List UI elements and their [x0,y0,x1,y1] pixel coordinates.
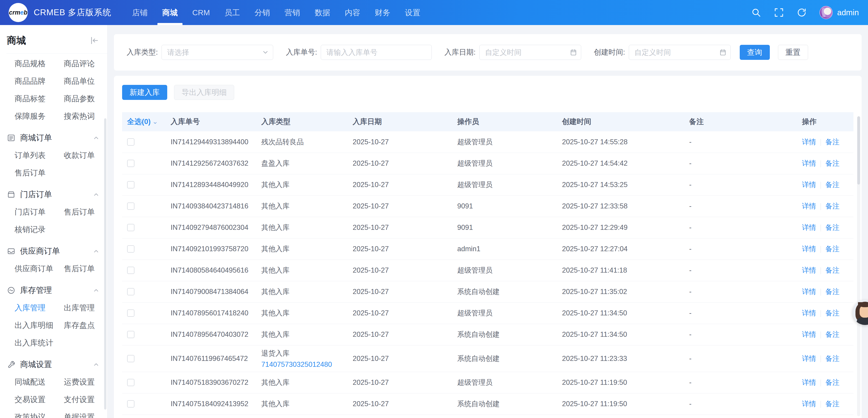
remark-link[interactable]: 备注 [826,138,839,146]
row-checkbox[interactable] [127,355,134,362]
nav-item-分销[interactable]: 分销 [247,0,277,25]
remark-link[interactable]: 备注 [826,378,839,386]
sidebar-item-出入库明细[interactable]: 出入库明细 [14,316,64,334]
detail-link[interactable]: 详情 [802,309,816,317]
sidebar-item-单据设置[interactable]: 单据设置 [64,408,107,418]
inbound-type-select[interactable] [161,45,273,60]
sidebar-item-搜索热词[interactable]: 搜索热词 [64,107,107,125]
detail-link[interactable]: 详情 [802,288,816,295]
row-checkbox[interactable] [127,181,134,188]
reset-button[interactable]: 重置 [778,45,808,60]
remark-link[interactable]: 备注 [826,330,839,338]
nav-item-CRM[interactable]: CRM [185,0,217,25]
row-checkbox[interactable] [127,203,134,210]
remark-link[interactable]: 备注 [826,400,839,408]
sidebar-item-商品单位[interactable]: 商品单位 [64,72,107,90]
collapse-left-icon[interactable] [90,36,99,45]
detail-link[interactable]: 详情 [802,138,816,146]
nav-item-店铺[interactable]: 店铺 [125,0,155,25]
table-scrollbar-thumb[interactable] [857,116,860,184]
remark-link[interactable]: 备注 [826,181,839,188]
inbound-date-picker[interactable] [479,45,581,60]
remark-link[interactable]: 备注 [826,159,839,167]
inbound-type-select-input[interactable] [161,45,273,60]
sidebar-item-门店订单[interactable]: 门店订单 [14,203,64,221]
sidebar-item-商品评论[interactable]: 商品评论 [64,55,107,72]
sidebar-item-核销记录[interactable]: 核销记录 [14,221,64,238]
remark-link[interactable]: 备注 [826,309,839,317]
inbound-no-input[interactable] [321,45,432,60]
row-checkbox[interactable] [127,331,134,338]
sidebar-item-出库管理[interactable]: 出库管理 [64,299,107,316]
row-checkbox[interactable] [127,288,134,295]
detail-link[interactable]: 详情 [802,354,816,362]
remark-link[interactable]: 备注 [826,354,839,362]
sidebar-item-售后订单[interactable]: 售后订单 [64,203,107,221]
sidebar-item-保障服务[interactable]: 保障服务 [14,107,64,125]
sidebar-item-售后订单[interactable]: 售后订单 [64,260,107,277]
sidebar-item-商品规格[interactable]: 商品规格 [14,55,64,72]
sidebar-item-交易设置[interactable]: 交易设置 [14,391,64,408]
sidebar-item-库存盘点[interactable]: 库存盘点 [64,316,107,334]
export-inbound-button[interactable]: 导出入库明细 [174,85,234,100]
related-order-link[interactable]: 714075730325012480 [261,360,353,369]
detail-link[interactable]: 详情 [802,223,816,232]
detail-link[interactable]: 详情 [802,245,816,253]
remark-link[interactable]: 备注 [826,266,839,274]
created-date-input[interactable] [629,45,731,60]
created-date-picker[interactable] [629,45,731,60]
nav-item-营销[interactable]: 营销 [277,0,307,25]
row-checkbox[interactable] [127,245,134,252]
inbound-no-field[interactable] [321,45,432,60]
detail-link[interactable]: 详情 [802,378,816,386]
sidebar-item-出入库统计[interactable]: 出入库统计 [14,334,64,352]
nav-item-内容[interactable]: 内容 [337,0,368,25]
sidebar-item-入库管理[interactable]: 入库管理 [14,299,64,316]
sidebar-group-供应商订单[interactable]: 供应商订单 [0,242,107,260]
row-checkbox[interactable] [127,309,134,317]
row-checkbox[interactable] [127,267,134,274]
select-all-control[interactable]: 全选(0) [122,117,158,127]
nav-item-数据[interactable]: 数据 [307,0,337,25]
fullscreen-icon[interactable] [774,7,784,18]
remark-link[interactable]: 备注 [826,223,839,232]
sidebar-item-商品品牌[interactable]: 商品品牌 [14,72,64,90]
refresh-icon[interactable] [797,7,807,18]
row-checkbox[interactable] [127,379,134,386]
sidebar-item-商品标签[interactable]: 商品标签 [14,90,64,107]
row-checkbox[interactable] [127,138,134,146]
sidebar-item-收款订单[interactable]: 收款订单 [64,146,107,164]
sidebar-item-售后订单[interactable]: 售后订单 [14,164,64,182]
remark-link[interactable]: 备注 [826,202,839,210]
row-checkbox[interactable] [127,160,134,167]
sidebar-scrollbar[interactable] [104,118,106,410]
nav-item-财务[interactable]: 财务 [368,0,398,25]
sidebar-item-运费设置[interactable]: 运费设置 [64,373,107,391]
user-avatar[interactable] [819,6,833,19]
detail-link[interactable]: 详情 [802,159,816,167]
remark-link[interactable]: 备注 [826,288,839,295]
row-checkbox[interactable] [127,224,134,231]
detail-link[interactable]: 详情 [802,181,816,188]
sidebar-item-政策协议[interactable]: 政策协议 [14,408,64,418]
search-button[interactable]: 查询 [740,45,770,60]
nav-item-设置[interactable]: 设置 [398,0,428,25]
detail-link[interactable]: 详情 [802,266,816,274]
user-name[interactable]: admin [837,8,859,17]
search-icon[interactable] [751,7,761,18]
inbound-date-input[interactable] [479,45,581,60]
detail-link[interactable]: 详情 [802,400,816,408]
sidebar-group-库存管理[interactable]: 库存管理 [0,281,107,299]
sidebar-group-商城设置[interactable]: 商城设置 [0,356,107,373]
sidebar-group-门店订单[interactable]: 门店订单 [0,186,107,203]
remark-link[interactable]: 备注 [826,245,839,253]
sidebar-item-商品参数[interactable]: 商品参数 [64,90,107,107]
detail-link[interactable]: 详情 [802,202,816,210]
create-inbound-button[interactable]: 新建入库 [122,85,167,100]
nav-item-商城[interactable]: 商城 [155,0,185,25]
sidebar-group-商城订单[interactable]: 商城订单 [0,129,107,146]
sidebar-item-同城配送[interactable]: 同城配送 [14,373,64,391]
detail-link[interactable]: 详情 [802,330,816,338]
sidebar-item-订单列表[interactable]: 订单列表 [14,146,64,164]
nav-item-员工[interactable]: 员工 [217,0,247,25]
